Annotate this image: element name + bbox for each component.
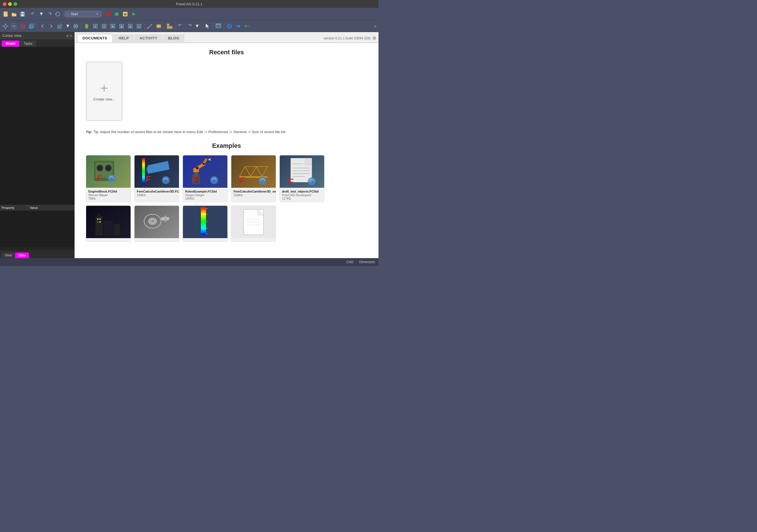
model-tab[interactable]: Model (2, 41, 19, 47)
3d-nav-button[interactable] (56, 22, 64, 30)
example-info-2: RobotExample.FCStd Jürgen Riegel 199Kb (183, 188, 227, 202)
main-tab-strip: DOCUMENTS HELP ACTIVITY BLOG version 0.2… (75, 32, 378, 43)
tab-blog[interactable]: BLOG (163, 34, 184, 42)
view-box-button[interactable] (27, 22, 36, 30)
svg-point-60 (106, 166, 110, 170)
example-size-2: 199Kb (185, 197, 225, 200)
3d-nav-dropdown-button[interactable]: ▼ (64, 22, 71, 30)
separator-v5 (175, 22, 175, 30)
measure-button[interactable] (146, 22, 154, 30)
fit-selection-button[interactable] (10, 22, 18, 30)
svg-point-100 (308, 177, 316, 185)
example-thumb-3: F (231, 155, 276, 188)
bottom-view-button[interactable]: D (126, 22, 135, 30)
open-file-button[interactable] (10, 10, 18, 18)
right-view-button[interactable]: R (108, 22, 117, 30)
example-card-5[interactable] (86, 205, 131, 242)
undo2-button[interactable] (176, 22, 185, 30)
examples-title: Examples (86, 142, 367, 149)
version-text: version 0.21.1 build 33694 (Git) (324, 36, 371, 40)
close-button[interactable] (3, 2, 7, 6)
front-view-button[interactable]: F (91, 22, 100, 30)
refresh-button[interactable] (54, 10, 62, 18)
tab-activity[interactable]: ACTIVITY (135, 34, 162, 42)
svg-text:F: F (95, 25, 96, 28)
separator-v2 (81, 22, 81, 30)
materials-button[interactable] (155, 22, 163, 30)
example-card-6[interactable] (134, 205, 179, 242)
sync-view-button[interactable] (72, 22, 80, 30)
example-card-7[interactable] (183, 205, 228, 242)
group-button[interactable] (166, 22, 174, 30)
window-controls[interactable] (3, 2, 17, 6)
combo-view-label: Combo View (2, 34, 21, 38)
globe-button[interactable] (225, 22, 233, 30)
undo-dropdown-button[interactable]: ▼ (38, 10, 45, 18)
settings-button[interactable]: ⚙ (372, 36, 376, 41)
arrow-right-button[interactable] (234, 22, 242, 30)
status-bar: CAD Dimension (0, 258, 378, 266)
macro-editor-button[interactable]: M (121, 10, 129, 18)
examples-grid: F EngineBlock.FCStd Werner Mayer 78Kb (86, 155, 367, 242)
recent-files-section: Recent files + Create new... (86, 49, 367, 121)
redo-button[interactable] (45, 10, 53, 18)
data-tab[interactable]: Data (15, 253, 29, 258)
redo2-button[interactable] (185, 22, 194, 30)
example-info-0: EngineBlock.FCStd Werner Mayer 78Kb (86, 188, 131, 202)
example-thumb-7 (183, 206, 227, 238)
home-view-button[interactable] (82, 22, 91, 30)
stop-button[interactable] (113, 10, 121, 18)
toolbar-view: ▼ F T R B D L ▼ (0, 20, 378, 32)
example-size-3: 158Kb (233, 193, 274, 197)
back-button[interactable] (38, 22, 47, 30)
svg-rect-104 (97, 221, 99, 223)
example-card-0[interactable]: F EngineBlock.FCStd Werner Mayer 78Kb (86, 155, 131, 202)
rear-view-button[interactable]: B (117, 22, 126, 30)
minimize-button[interactable] (8, 2, 12, 6)
redo2-dropdown[interactable]: ▼ (194, 22, 201, 30)
more-tools-button[interactable]: » (373, 23, 378, 30)
cursor-button[interactable] (203, 22, 212, 30)
left-view-button[interactable]: L (135, 22, 143, 30)
example-size-1: 148Kb (137, 193, 177, 197)
example-thumb-1: F (135, 155, 179, 188)
example-card-2[interactable]: F RobotExample.FCStd Jürgen Riegel 199Kb (183, 155, 228, 202)
workbench-selector[interactable]: ▷ Start ▼ (65, 11, 101, 17)
tasks-tab[interactable]: Tasks (20, 41, 37, 47)
svg-text:D: D (130, 25, 131, 28)
top-view-button[interactable]: T (100, 22, 108, 30)
example-card-8[interactable] (231, 205, 276, 242)
svg-rect-21 (29, 25, 33, 28)
create-new-card[interactable]: + Create new... (86, 62, 122, 121)
arrow-left-button[interactable] (243, 22, 251, 30)
forward-button[interactable] (47, 22, 55, 30)
svg-point-91 (258, 177, 266, 185)
example-card-1[interactable]: F FemCalculixCantilever3D.FCStd 148Kb (134, 155, 179, 202)
fit-all-button[interactable] (1, 22, 10, 30)
example-card-4[interactable]: F draft_test_objects.FCStd FreeCAD Devel… (280, 155, 324, 202)
example-author-4: FreeCAD Developers (282, 193, 322, 197)
draw-style-button[interactable] (18, 22, 27, 30)
tab-help[interactable]: HELP (113, 34, 134, 42)
help-box-button[interactable] (214, 22, 223, 30)
left-panel: Combo View ⧉ ✕ Model Tasks Property Valu… (0, 32, 75, 258)
view-tab[interactable]: View (1, 253, 15, 258)
example-card-3[interactable]: F FemCalculixCantilever3D_newSolver.FCSt… (231, 155, 276, 202)
save-file-button[interactable] (18, 10, 26, 18)
play-macro-button[interactable] (130, 10, 137, 18)
svg-line-83 (245, 167, 251, 176)
new-file-button[interactable] (2, 10, 10, 18)
svg-marker-47 (206, 24, 209, 29)
svg-point-4 (106, 12, 110, 16)
tab-documents[interactable]: DOCUMENTS (77, 34, 113, 43)
record-button[interactable] (105, 10, 112, 18)
svg-rect-113 (165, 216, 166, 222)
version-info: version 0.21.1 build 33694 (Git) ⚙ (324, 36, 376, 41)
combo-float-icon[interactable]: ⧉ (66, 34, 69, 38)
undo-button[interactable] (30, 10, 38, 18)
maximize-button[interactable] (14, 2, 17, 6)
example-info-7 (183, 238, 227, 241)
example-info-1: FemCalculixCantilever3D.FCStd 148Kb (135, 188, 179, 199)
combo-close-icon[interactable]: ✕ (70, 34, 72, 38)
example-info-6 (135, 238, 179, 241)
